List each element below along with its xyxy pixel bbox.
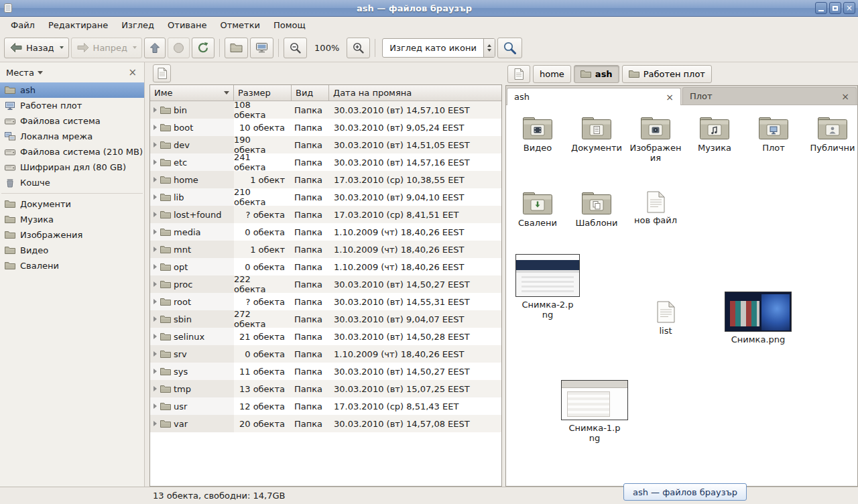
expander-icon[interactable] [154,247,157,252]
menubar-item[interactable]: Помощ [267,18,312,32]
maximize-button[interactable] [829,2,841,14]
expander-icon[interactable] [154,299,157,304]
sidebar-item[interactable]: ash [0,82,144,98]
file-row[interactable]: root? обектаПапка30.03.2010 (вт) 14,55,3… [150,293,501,310]
icon-view-item[interactable]: Документи [569,116,624,164]
icon-view-item[interactable]: Публични [805,116,857,164]
expander-icon[interactable] [154,334,157,339]
expander-icon[interactable] [154,160,157,165]
sidebar-item[interactable]: Локална мрежа [0,129,144,144]
stop-button[interactable] [168,38,190,58]
file-row[interactable]: etc241 обектаПапка30.03.2010 (вт) 14,57,… [150,153,501,171]
file-row[interactable]: opt0 обектаПапка1.10.2009 (чт) 18,40,26 … [150,258,501,275]
pathbar-home-button[interactable]: home [533,65,571,83]
file-row[interactable]: mnt1 обектПапка1.10.2009 (чт) 18,40,26 E… [150,241,501,258]
minimize-button[interactable] [815,2,827,14]
file-icon-item[interactable]: list [641,301,690,336]
column-header[interactable]: Дата на промяна [329,85,501,101]
sidebar-item[interactable]: Файлова система (210 MB) [0,144,144,160]
file-row[interactable]: media0 обектаПапка1.10.2009 (чт) 18,40,2… [150,223,501,241]
sidebar-close-icon[interactable]: × [127,68,138,78]
expander-icon[interactable] [154,281,157,287]
forward-button[interactable]: Напред [71,38,142,58]
expander-icon[interactable] [154,125,157,130]
titlebar[interactable]: ash — файлов браузър × [0,0,858,17]
sidebar-item[interactable]: Видео [0,243,144,258]
expander-icon[interactable] [154,212,157,217]
icon-view-item[interactable]: Музика [687,116,742,164]
file-row[interactable]: sys11 обектаПапка30.03.2010 (вт) 14,50,2… [150,363,501,380]
file-row[interactable]: bin108 обектаПапка30.03.2010 (вт) 14,57,… [150,101,501,119]
sidebar-item[interactable]: Музика [0,212,144,227]
tab-desktop[interactable]: Плот × [682,87,857,105]
column-header[interactable]: Име [150,85,234,101]
taskbar-window-button[interactable]: ash — файлов браузър [623,483,747,501]
expander-icon[interactable] [154,403,157,409]
pathbar-ash-button[interactable]: ash [574,65,619,83]
expander-icon[interactable] [154,264,157,269]
expander-icon[interactable] [154,386,157,391]
back-button[interactable]: Назад [4,38,69,58]
pane-divider[interactable] [145,62,149,487]
sidebar-item[interactable]: Шифриран дял (80 GB) [0,160,144,175]
column-header[interactable]: Вид [292,85,329,101]
file-row[interactable]: usr12 обектаПапка17.03.2010 (ср) 8,51,43… [150,397,501,415]
file-icon-item[interactable]: Снимка-2.png [514,254,581,320]
file-row[interactable]: tmp13 обектаПапка30.03.2010 (вт) 15,07,2… [150,380,501,397]
sidebar-item[interactable]: Работен плот [0,98,144,113]
sidebar-item[interactable]: Кошче [0,175,144,190]
home-button[interactable] [225,38,248,58]
sidebar-item[interactable]: Свалени [0,258,144,273]
file-row[interactable]: boot10 обектаПапка30.03.2010 (вт) 9,05,2… [150,119,501,136]
file-icon-item[interactable]: Снимка-1.png [558,380,631,444]
search-button[interactable] [497,38,522,58]
expander-icon[interactable] [154,229,157,235]
expander-icon[interactable] [154,177,157,182]
tab-close-icon[interactable]: × [835,92,849,101]
file-row[interactable]: lost+found? обектаПапка17.03.2010 (ср) 8… [150,206,501,223]
chevron-down-icon[interactable] [60,46,64,49]
file-row[interactable]: proc222 обектаПапка30.03.2010 (вт) 14,50… [150,275,501,293]
expander-icon[interactable] [154,421,157,426]
sidebar-item[interactable]: Документи [0,196,144,212]
expander-icon[interactable] [154,194,157,200]
menubar-item[interactable]: Редактиране [42,18,115,32]
file-row[interactable]: dev190 обектаПапка30.03.2010 (вт) 14,51,… [150,136,501,153]
menubar-item[interactable]: Отиване [161,18,213,32]
file-row[interactable]: selinux21 обектаПапка30.03.2010 (вт) 14,… [150,328,501,345]
file-row[interactable]: var20 обектаПапка30.03.2010 (вт) 14,57,0… [150,415,501,432]
sidebar-item[interactable]: Файлова система [0,113,144,129]
pathbar-root-button[interactable] [507,65,530,83]
column-header[interactable]: Размер [234,85,292,101]
tab-ash[interactable]: ash × [507,88,681,105]
icon-view-item[interactable]: Плот [746,116,801,164]
sidebar-item[interactable]: Изображения [0,227,144,243]
file-row[interactable]: srv0 обектаПапка1.10.2009 (чт) 18,40,26 … [150,345,501,363]
reload-button[interactable] [192,38,214,58]
up-button[interactable] [144,38,166,58]
file-row[interactable]: home1 обектПапка17.03.2010 (ср) 10,38,55… [150,171,501,188]
icon-view[interactable]: ВидеоДокументиИзображенияМузикаПлотПубли… [506,105,857,486]
icon-view-item[interactable]: Изображения [628,116,683,164]
expander-icon[interactable] [154,351,157,357]
location-toggle-button[interactable] [153,64,171,82]
icon-view-item[interactable]: нов файл [628,191,683,229]
menubar-item[interactable]: Файл [4,18,42,32]
menubar-item[interactable]: Отметки [213,18,266,32]
icon-view-item[interactable]: Шаблони [569,191,624,229]
file-icon-item[interactable]: Снимка.png [719,292,797,345]
icon-view-item[interactable]: Видео [510,116,565,164]
expander-icon[interactable] [154,316,157,322]
expander-icon[interactable] [154,369,157,374]
menubar-item[interactable]: Изглед [115,18,161,32]
file-row[interactable]: lib210 обектаПапка30.03.2010 (вт) 9,04,1… [150,188,501,206]
icon-view-item[interactable]: Свалени [510,191,565,229]
expander-icon[interactable] [154,142,157,147]
places-header[interactable]: Места × [0,62,144,82]
view-mode-stepper[interactable] [483,39,495,57]
tab-close-icon[interactable]: × [659,92,674,102]
pathbar-desktop-button[interactable]: Работен плот [622,65,712,83]
view-mode-select[interactable]: Изглед като икони [382,38,495,58]
zoom-in-button[interactable] [347,38,370,58]
zoom-out-button[interactable] [284,38,307,58]
